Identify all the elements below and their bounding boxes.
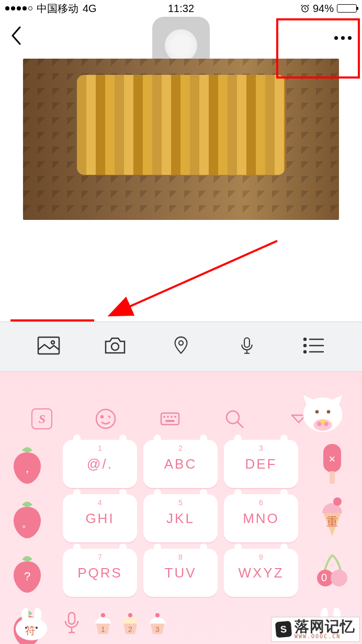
svg-text:3: 3 [155,625,160,634]
gallery-button[interactable] [37,336,60,357]
svg-point-7 [304,338,306,340]
svg-point-43 [155,613,160,617]
watermark-icon: S [275,621,292,638]
ime-keyboard: S ， 。 ? ! 1@/. [0,372,362,644]
key-question[interactable]: ? [9,549,45,597]
key-letters: @/. [87,456,113,472]
key-letters: TUV [165,565,197,581]
svg-text:2: 2 [128,625,132,634]
key-reinput[interactable]: 重 [314,494,350,542]
signal-strength-icon [5,6,32,10]
svg-point-4 [111,343,119,350]
alarm-icon [300,4,310,13]
back-button[interactable] [10,26,21,50]
status-right: 94% [300,3,357,15]
svg-point-15 [327,410,331,414]
key-label: × [329,452,336,466]
key-zero[interactable]: 0 [314,549,350,597]
watermark: S 落网记忆 WWW.OOOC.CN [271,617,360,642]
key-label: 0 [321,572,327,584]
watermark-url: WWW.OOOC.CN [295,634,355,639]
key-4[interactable]: 4GHI [63,494,137,542]
content-image[interactable] [23,59,339,220]
key-digit: 4 [98,498,102,507]
clock: 11:32 [168,3,194,15]
key-3[interactable]: 3DEF [224,440,298,488]
censored-region [77,75,286,175]
emoji-button[interactable] [95,408,117,430]
key-symbol[interactable]: 符 [10,605,52,641]
annotation-frame-more [276,18,360,79]
svg-rect-22 [161,413,179,425]
battery-icon [337,4,357,13]
svg-point-32 [333,497,342,506]
ime-brand-button[interactable]: S [31,408,52,429]
svg-rect-6 [244,338,250,347]
carrier-label: 中国移动 [37,2,78,16]
svg-point-39 [101,613,105,617]
key-comma[interactable]: ， [9,440,45,488]
svg-point-20 [96,409,115,428]
svg-point-9 [304,345,306,347]
key-6[interactable]: 6MNO [224,494,298,542]
key-voice-input[interactable] [63,610,81,636]
search-button[interactable] [223,408,245,430]
svg-point-11 [304,351,306,353]
svg-point-41 [128,613,132,617]
svg-text:1: 1 [101,625,105,634]
keyboard-switch-button[interactable] [159,408,181,430]
key-digit: 9 [259,553,263,561]
key-letters: PQRS [77,565,122,581]
key-9[interactable]: 9WXYZ [224,549,298,597]
key-2[interactable]: 2ABC [143,440,218,488]
key-letters: JKL [166,510,195,527]
network-label: 4G [83,3,97,15]
key-label: 。 [21,515,33,531]
key-digit: 8 [178,553,183,561]
list-button[interactable] [302,336,325,357]
svg-rect-38 [69,613,75,624]
key-5[interactable]: 5JKL [143,494,218,542]
key-label: ? [24,570,30,583]
key-digit: 5 [178,498,183,507]
camera-button[interactable] [104,336,127,357]
key-label: ， [21,461,33,476]
mascot-cat-icon [294,380,352,438]
watermark-title: 落网记忆 [295,619,355,634]
svg-line-29 [237,422,243,428]
svg-rect-2 [38,337,59,354]
key-1[interactable]: 1@/. [63,440,137,488]
svg-point-5 [179,341,183,345]
key-letters: DEF [245,456,277,472]
svg-point-34 [331,570,347,586]
cupcake-icon: 3 [145,610,169,636]
cupcake-row[interactable]: 1 2 3 [91,610,169,636]
key-digit: 6 [259,498,263,507]
battery-percent: 94% [313,3,334,15]
status-bar: 中国移动 4G 11:32 94% [0,0,362,17]
svg-point-37 [36,627,38,629]
voice-button[interactable] [235,336,258,357]
key-period[interactable]: 。 [9,494,45,542]
key-label: 重 [326,514,338,530]
location-button[interactable] [169,336,193,357]
composer-toolbar [0,321,362,372]
key-digit: 3 [259,444,263,452]
keyboard-grid: 1@/. 2ABC 3DEF 4GHI 5JKL 6MNO 7PQRS 8TUV… [63,440,298,597]
svg-point-21 [101,416,103,418]
key-8[interactable]: 8TUV [143,549,218,597]
keyboard-right-column: × 重 0 [310,440,355,597]
cupcake-icon: 1 [91,610,115,636]
key-digit: 7 [98,553,102,561]
cupcake-icon: 2 [118,610,142,636]
key-label: 符 [25,624,36,638]
key-7[interactable]: 7PQRS [63,549,137,597]
svg-point-14 [315,410,319,414]
svg-point-19 [321,419,325,424]
svg-point-28 [227,411,239,424]
svg-rect-31 [330,471,335,484]
annotation-arrow-icon [120,236,288,314]
key-letters: WXYZ [238,565,284,581]
key-letters: GHI [85,510,114,527]
key-backspace[interactable]: × [314,440,350,488]
